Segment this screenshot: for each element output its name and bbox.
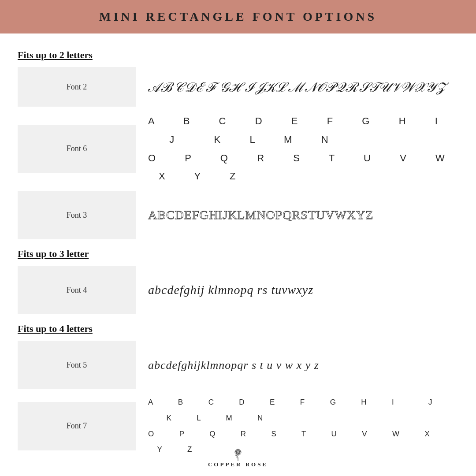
rose-icon xyxy=(230,445,246,461)
font-row-2: Font 2 𝒜ℬ𝒞𝒟ℰℱ𝒢ℋℐ𝒥𝒦ℒℳ𝒩𝒪𝒫𝒬ℛ𝒮𝒯𝒰𝒱𝒲𝒳𝒴𝒵 xyxy=(18,67,458,107)
header-banner: MINI RECTANGLE FONT OPTIONS xyxy=(0,0,476,33)
section-2letters: Fits up to 2 letters Font 2 𝒜ℬ𝒞𝒟ℰℱ𝒢ℋℐ𝒥𝒦ℒ… xyxy=(18,49,458,239)
section-4letters-heading: Fits up to 4 letters xyxy=(18,323,458,335)
page: MINI RECTANGLE FONT OPTIONS Fits up to 2… xyxy=(0,0,476,476)
font-row-5: Font 5 abcdefghijklmnopqr s t u v w x y … xyxy=(18,341,458,389)
font-label-2: Font 2 xyxy=(18,67,136,107)
section-4letters: Fits up to 4 letters Font 5 abcdefghijkl… xyxy=(18,323,458,457)
font-label-6: Font 6 xyxy=(18,125,136,173)
font-sample-2: 𝒜ℬ𝒞𝒟ℰℱ𝒢ℋℐ𝒥𝒦ℒℳ𝒩𝒪𝒫𝒬ℛ𝒮𝒯𝒰𝒱𝒲𝒳𝒴𝒵 xyxy=(136,77,458,97)
font-row-6: Font 6 A B C D E F G H I J K L M N O P Q… xyxy=(18,112,458,186)
header-title: MINI RECTANGLE FONT OPTIONS xyxy=(18,10,458,24)
content: Fits up to 2 letters Font 2 𝒜ℬ𝒞𝒟ℰℱ𝒢ℋℐ𝒥𝒦ℒ… xyxy=(0,33,476,472)
font-sample-6: A B C D E F G H I J K L M N O P Q R S T … xyxy=(136,112,458,186)
font7-line1: A B C D E F G H I J K L M N xyxy=(148,394,458,426)
svg-point-1 xyxy=(235,449,241,455)
font-label-7: Font 7 xyxy=(18,402,136,450)
font6-line2: O P Q R S T U V W X Y Z xyxy=(148,149,458,186)
footer-logo: COPPER ROSE xyxy=(208,445,268,468)
section-3letter: Fits up to 3 letter Font 4 abcdefghij kl… xyxy=(18,248,458,314)
font-sample-4: abcdefghij klmnopq rs tuvwxyz xyxy=(136,281,458,299)
font-sample-5: abcdefghijklmnopqr s t u v w x y z xyxy=(136,357,458,374)
section-2letters-heading: Fits up to 2 letters xyxy=(18,49,458,61)
footer-brand-text: COPPER ROSE xyxy=(208,461,268,468)
footer: COPPER ROSE xyxy=(0,445,476,468)
font-row-3: Font 3 ABCDEFGHIJKLMNOPQRSTUVWXYZ xyxy=(18,191,458,239)
font-sample-3: ABCDEFGHIJKLMNOPQRSTUVWXYZ xyxy=(136,206,458,224)
font-row-4: Font 4 abcdefghij klmnopq rs tuvwxyz xyxy=(18,266,458,314)
font-label-5: Font 5 xyxy=(18,341,136,389)
section-3letter-heading: Fits up to 3 letter xyxy=(18,248,458,260)
font6-line1: A B C D E F G H I J K L M N xyxy=(148,112,458,149)
font-label-4: Font 4 xyxy=(18,266,136,314)
font-label-3: Font 3 xyxy=(18,191,136,239)
